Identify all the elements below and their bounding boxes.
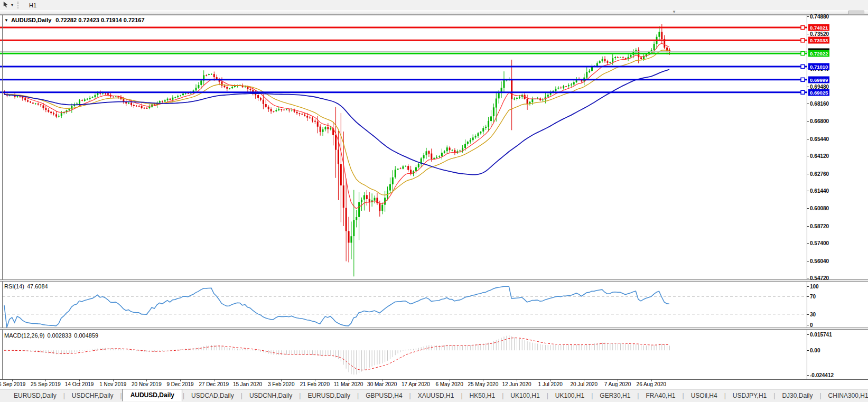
price-tick-label: 0.66800 xyxy=(810,118,829,124)
collapse-arrow-icon[interactable]: ▼ xyxy=(4,18,8,23)
price-tick-label: 0.54720 xyxy=(810,275,829,281)
price-tick-label: 0.57400 xyxy=(810,240,829,246)
rsi-scale-label: 0 xyxy=(810,322,813,328)
chart-tab-hk50-h1[interactable]: HK50,H1 xyxy=(463,390,502,401)
tab-separator: | xyxy=(683,392,684,399)
price-tick-label: 0.74880 xyxy=(810,14,829,20)
chart-tab-usoil-h4[interactable]: USOil,H4 xyxy=(685,390,724,401)
price-tick-mark xyxy=(807,278,809,278)
chart-tab-dj30-daily[interactable]: DJ30,Daily xyxy=(776,390,819,401)
price-tick-label: 0.68160 xyxy=(810,101,829,107)
moving-average-ema18 xyxy=(4,50,669,195)
macd-signal-line xyxy=(4,338,669,370)
time-axis-line xyxy=(0,379,868,380)
price-tick-label: 0.56040 xyxy=(810,258,829,264)
price-tick-mark xyxy=(807,139,809,139)
tab-separator: | xyxy=(637,392,639,399)
macd-histogram xyxy=(4,335,670,375)
price-line-marker[interactable] xyxy=(801,39,805,42)
candlestick-series xyxy=(4,24,670,276)
tab-separator: | xyxy=(183,392,184,399)
price-tick-mark xyxy=(807,243,809,244)
tab-separator: | xyxy=(461,392,462,399)
chart-tab-usdchf-daily[interactable]: USDCHF,Daily xyxy=(66,390,120,401)
macd-panel-header: MACD(12,26,9)0.0028330.004859 xyxy=(4,332,101,339)
price-line-label: 0.71010 xyxy=(808,63,829,70)
rsi-scale-label: 100 xyxy=(810,284,819,289)
chart-scrollbar[interactable]: ▼ xyxy=(0,10,868,15)
chart-tab-usdcnh-daily[interactable]: USDCNH,Daily xyxy=(243,390,298,401)
rsi-indicator-label: RSI(14) xyxy=(4,283,24,289)
price-tick-label: 0.64120 xyxy=(810,153,829,159)
macd-scale-label: 0.015741 xyxy=(810,332,832,338)
tab-separator: | xyxy=(120,392,122,399)
chart-tab-uk100-h1[interactable]: UK100,H1 xyxy=(504,390,546,401)
price-tick-label: 0.73520 xyxy=(810,31,829,37)
tab-separator: | xyxy=(773,392,775,399)
tab-separator: | xyxy=(724,392,726,399)
tab-separator: | xyxy=(819,392,821,399)
chart-tab-eurusd-daily[interactable]: EURUSD,Daily xyxy=(7,390,63,401)
macd-tick-mark xyxy=(807,375,809,376)
moving-average-sma55 xyxy=(4,69,669,174)
chart-left-border xyxy=(2,15,3,379)
chart-ohlc-values: 0.72282 0.72423 0.71914 0.72167 xyxy=(55,17,144,23)
price-line-marker[interactable] xyxy=(801,52,805,55)
price-tick-mark xyxy=(807,261,809,261)
chart-area[interactable]: ▼AUDUSD,Daily0.72282 0.72423 0.71914 0.7… xyxy=(0,15,868,389)
timeframe-button-h1[interactable]: H1 xyxy=(24,1,45,10)
chart-tab-china300-h1[interactable]: CHINA300,H1 xyxy=(822,390,868,401)
price-line-marker[interactable] xyxy=(801,65,805,69)
price-line-marker[interactable] xyxy=(801,90,805,94)
chart-tab-usdjpy-h1[interactable]: USDJPY,H1 xyxy=(726,390,773,401)
tab-separator: | xyxy=(547,392,548,399)
tab-separator: | xyxy=(63,392,65,399)
rsi-scale-label: 70 xyxy=(810,294,816,300)
macd-tick-mark xyxy=(807,350,809,351)
rsi-panel-header: RSI(14)47.6084 xyxy=(4,283,51,289)
price-tick-mark xyxy=(807,156,809,156)
chart-tab-uk100-h1[interactable]: UK100,H1 xyxy=(549,390,591,401)
chart-symbol-period: AUDUSD,Daily xyxy=(11,17,51,23)
chart-title: ▼AUDUSD,Daily0.72282 0.72423 0.71914 0.7… xyxy=(4,17,145,23)
toolbar-grip[interactable] xyxy=(17,2,21,8)
macd-indicator-value: 0.002833 xyxy=(47,332,71,339)
price-tick-mark xyxy=(807,104,809,104)
panel-splitter-rsi[interactable] xyxy=(0,279,868,282)
chart-tab-usdcad-daily[interactable]: USDCAD,Daily xyxy=(185,390,240,401)
macd-scale-label: 0.00 xyxy=(810,348,820,353)
chart-tab-gbpusd-h4[interactable]: GBPUSD,H4 xyxy=(359,390,408,401)
macd-indicator-label: MACD(12,26,9) xyxy=(4,332,44,339)
chart-tab-audusd-daily[interactable]: AUDUSD,Daily xyxy=(123,389,182,401)
chart-tab-eurusd-daily[interactable]: EURUSD,Daily xyxy=(301,390,357,401)
date-tick-label: 26 Aug 2020 xyxy=(628,381,675,387)
chart-tab-xauusd-h1[interactable]: XAUUSD,H1 xyxy=(412,390,461,401)
chevron-down-icon[interactable]: ▾ xyxy=(11,3,13,7)
chart-canvas[interactable] xyxy=(0,15,868,380)
rsi-tick-mark xyxy=(807,314,809,315)
tab-separator: | xyxy=(357,392,359,399)
price-line-label: 0.73033 xyxy=(808,37,829,44)
chart-tab-ger30-h1[interactable]: GER30,H1 xyxy=(593,390,637,401)
rsi-scale-label: 30 xyxy=(810,311,816,317)
rsi-tick-mark xyxy=(807,286,809,287)
price-tick-mark xyxy=(807,87,809,87)
price-tick-label: 0.62760 xyxy=(810,171,829,176)
rsi-indicator-value: 47.6084 xyxy=(27,283,48,289)
cursor-tool-icon xyxy=(2,1,9,10)
scrollbar-thumb[interactable] xyxy=(848,11,864,15)
cursor-tool-button[interactable]: ▾ xyxy=(0,1,15,10)
rsi-tick-mark xyxy=(807,325,809,325)
price-line-marker[interactable] xyxy=(801,78,805,81)
price-line-label: 0.74021 xyxy=(808,24,829,31)
panel-splitter-macd[interactable] xyxy=(0,328,868,330)
chart-shift-marker[interactable]: ▼ xyxy=(672,10,676,14)
tab-separator: | xyxy=(502,392,503,399)
price-line-marker[interactable] xyxy=(801,26,805,30)
macd-scale-label: -0.024412 xyxy=(810,372,834,378)
macd-tick-mark xyxy=(807,334,809,335)
price-tick-mark xyxy=(807,208,809,209)
price-line-label: 0.72022 xyxy=(808,50,829,57)
chart-tab-fra40-h1[interactable]: FRA40,H1 xyxy=(639,390,682,401)
price-tick-label: 0.60080 xyxy=(810,205,829,211)
